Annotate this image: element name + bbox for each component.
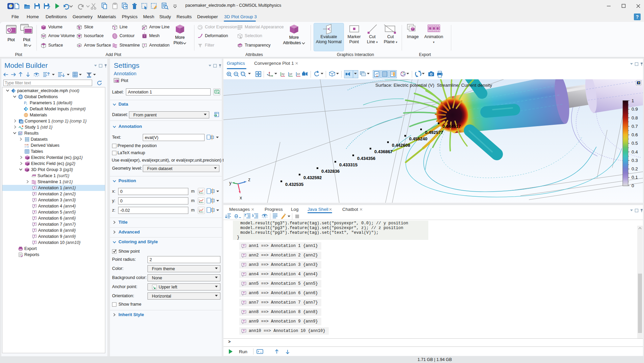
svg-text:0.436867: 0.436867 [374,149,393,154]
svg-text:Attributes: Attributes [283,40,301,45]
svg-text:0.8: 0.8 [632,115,638,120]
svg-text:More: More [289,35,299,40]
svg-text:Run: Run [239,349,247,354]
svg-text:0.492577: 0.492577 [425,130,443,135]
svg-text:xy: xy [281,72,285,76]
svg-text:0.4: 0.4 [632,149,638,155]
svg-text:0.9: 0.9 [632,107,638,112]
svg-text:0: 0 [632,183,634,188]
svg-text:0.432836: 0.432836 [321,169,340,174]
svg-text:0.433315: 0.433315 [339,162,357,167]
svg-text:0.644517: 0.644517 [442,124,461,129]
svg-text:More: More [175,35,185,40]
svg-text:0.432535: 0.432535 [285,182,303,187]
svg-text:1: 1 [632,98,634,103]
svg-text:Plot: Plot [7,37,15,42]
svg-text:0.5: 0.5 [632,141,638,146]
svg-text:0.442608: 0.442608 [392,143,410,148]
svg-text:0.455240: 0.455240 [409,136,427,141]
svg-text:0.432592: 0.432592 [303,175,322,180]
svg-text:Plot: Plot [23,37,30,42]
svg-text:0.434356: 0.434356 [357,156,375,161]
svg-text:xz: xz [297,72,300,76]
svg-text:yz: yz [289,72,293,76]
svg-text:x: x [240,195,242,200]
svg-text:In: In [24,43,28,48]
svg-text:Plots: Plots [173,40,183,45]
svg-text:y: y [229,180,232,186]
svg-text:0.6: 0.6 [632,132,638,137]
svg-text:0.3: 0.3 [632,158,638,163]
svg-text:0.2: 0.2 [632,166,638,171]
svg-text:z: z [248,177,250,182]
svg-text:0.7: 0.7 [632,124,638,129]
svg-text:0.1: 0.1 [632,175,638,180]
svg-text:Surface: Electric potential (V: Surface: Electric potential (V) Streamli… [375,83,492,88]
